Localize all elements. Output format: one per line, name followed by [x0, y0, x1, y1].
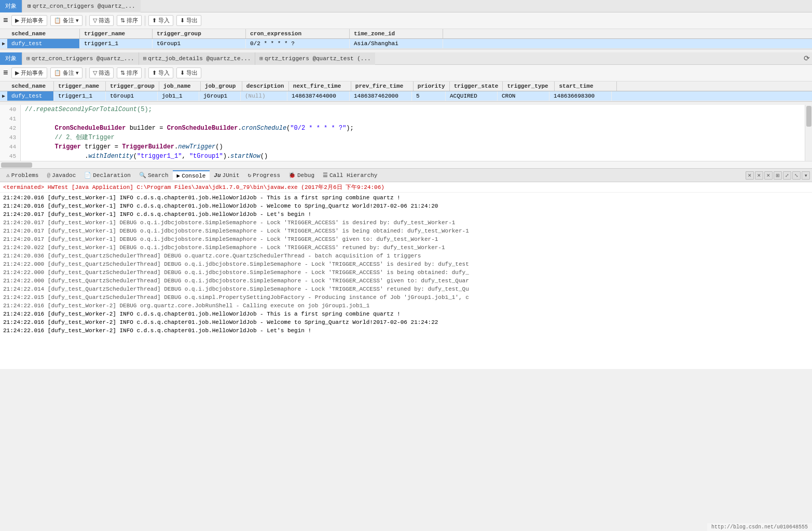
col-timezone: time_zone_id — [350, 29, 443, 38]
line-content-42: CronScheduleBuilder builder = CronSchedu… — [21, 124, 354, 133]
line-content-43: // 2、创建Trigger — [21, 133, 115, 142]
panel-close-btn[interactable]: ✕ — [764, 171, 773, 180]
top-table-header: sched_name trigger_name trigger_group cr… — [0, 29, 812, 39]
menu-icon[interactable]: ≡ — [3, 16, 8, 25]
mid-sort-label: 排序 — [127, 69, 138, 77]
tab-junit[interactable]: Ju JUnit — [210, 171, 243, 180]
log-line: 21:24:22.016 [dufy_test_Worker-2] DEBUG … — [3, 302, 809, 310]
log-line: 21:24:20.022 [dufy_test_Worker-1] DEBUG … — [3, 243, 809, 252]
log-line: 21:24:22.000 [dufy_test_QuartzSchedulerT… — [3, 268, 809, 277]
code-section: 40 //.repeatSecondlyForTotalCount(5); 41… — [0, 105, 812, 169]
sort-btn[interactable]: ⇅ 排序 — [117, 15, 142, 26]
tab-debug[interactable]: 🐞 Debug — [284, 171, 319, 180]
mid-tab-job[interactable]: ⊞ qrtz_job_details @quartz_te... — [139, 52, 255, 65]
mid-tab-cron[interactable]: ⊞ qrtz_cron_triggers @quartz_... — [22, 52, 139, 65]
panel-expand-btn[interactable]: ⤢ — [783, 171, 791, 180]
tab-call-hierarchy[interactable]: ☰ Call Hierarchy — [319, 171, 381, 180]
mid-tab-obj-label: 对象 — [5, 55, 17, 62]
top-tab-table[interactable]: ⊞ qrtz_cron_triggers @quartz_... — [22, 0, 141, 12]
log-line: 21:24:20.017 [dufy_test_Worker-1] DEBUG … — [3, 219, 809, 227]
progress-icon: ↻ — [248, 172, 252, 179]
log-line: 21:24:22.015 [dufy_test_QuartzSchedulerT… — [3, 293, 809, 302]
footer-bar: http://blog.csdn.net/u010648555 — [707, 523, 812, 531]
filter-icon: ▽ — [93, 17, 97, 24]
top-tab-active[interactable]: 对象 — [0, 0, 22, 12]
tab-progress[interactable]: ↻ Progress — [244, 171, 284, 180]
footer-url: http://blog.csdn.net/u010648555 — [711, 524, 808, 530]
call-label: Call Hierarchy — [329, 172, 377, 179]
mid-import-label: 导入 — [158, 69, 170, 77]
code-v-scrollbar[interactable] — [805, 105, 812, 161]
search-icon: 🔍 — [139, 172, 146, 179]
mid-sort-icon: ⇅ — [120, 70, 125, 76]
begin-transaction-btn[interactable]: ▶ 开始事务 — [11, 15, 47, 26]
panel-pin-btn[interactable]: ⊞ — [774, 171, 782, 180]
tab-javadoc[interactable]: @ Javadoc — [43, 171, 80, 180]
console-body[interactable]: 21:24:20.016 [dufy_test_Worker-1] INFO c… — [0, 193, 812, 369]
mid-sort-btn[interactable]: ⇅ 排序 — [117, 67, 142, 78]
code-line-45: 45 .withIdentity("trigger1_1", "tGroup1"… — [0, 152, 812, 161]
panel-collapse-btn[interactable]: ⤡ — [792, 171, 801, 180]
top-section: 对象 ⊞ qrtz_cron_triggers @quartz_... ≡ ▶ … — [0, 0, 812, 49]
log-line: 21:24:22.000 [dufy_test_QuartzSchedulerT… — [3, 260, 809, 268]
line-num-44: 44 — [0, 142, 21, 152]
begin-label: 开始事务 — [21, 17, 44, 24]
mid-col-trig-grp: trigger_group — [106, 81, 159, 91]
tab-declaration[interactable]: 📄 Declaration — [80, 171, 135, 180]
import-icon: ⬆ — [152, 17, 157, 24]
cell-trigger-group: tGroup1 — [153, 39, 246, 48]
mid-import-icon: ⬆ — [152, 70, 157, 76]
cell-trigger-name: trigger1_1 — [80, 39, 153, 48]
top-toolbar: ≡ ▶ 开始事务 📋 备注 ▾ ▽ 筛选 ⇅ 排序 ⬆ 导入 ⬇ 导出 — [0, 12, 812, 29]
import-btn[interactable]: ⬆ 导入 — [148, 15, 173, 26]
mid-dropdown-icon: ▾ — [76, 70, 79, 76]
mid-filter-icon: ▽ — [93, 70, 97, 76]
bottom-panel: ⚠ Problems @ Javadoc 📄 Declaration 🔍 Sea… — [0, 169, 812, 369]
mid-filter-btn[interactable]: ▽ 筛选 — [89, 67, 114, 78]
log-line: 21:24:20.017 [dufy_test_Worker-1] INFO c… — [3, 210, 809, 219]
console-header: <terminated> HWTest [Java Application] C… — [0, 182, 812, 193]
tab-search[interactable]: 🔍 Search — [135, 171, 173, 180]
debug-icon: 🐞 — [288, 172, 296, 179]
mid-begin-btn[interactable]: ▶ 开始事务 — [11, 67, 47, 78]
mid-row-indicator: ▶ — [0, 91, 7, 101]
mid-cell-trig-grp: tGroup1 — [106, 91, 158, 101]
mid-tab-triggers[interactable]: ⊞ qrtz_triggers @quartz_test (... — [255, 52, 375, 65]
line-content-45: .withIdentity("trigger1_1", "tGroup1").s… — [21, 152, 268, 161]
mid-import-btn[interactable]: ⬆ 导入 — [148, 67, 173, 78]
top-tab-label: 对象 — [5, 2, 17, 10]
problems-label: Problems — [11, 172, 39, 179]
top-table-row-0[interactable]: ▶ dufy_test trigger1_1 tGroup1 0/2 * * *… — [0, 39, 812, 49]
export-icon: ⬇ — [180, 17, 185, 24]
mid-table-row-0[interactable]: ▶ dufy_test trigger1_1 tGroup1 job1_1 jG… — [0, 91, 812, 101]
backup-btn[interactable]: 📋 备注 ▾ — [50, 15, 82, 26]
mid-export-btn[interactable]: ⬇ 导出 — [176, 67, 201, 78]
col-trigger-name: trigger_name — [80, 29, 153, 38]
mid-table-header: sched_name trigger_name trigger_group jo… — [0, 81, 812, 91]
mid-tab-objects[interactable]: 对象 — [0, 52, 22, 65]
mid-menu-icon[interactable]: ≡ — [3, 69, 8, 78]
code-v-thumb — [806, 106, 811, 127]
code-scrollbar-h[interactable] — [0, 161, 812, 168]
filter-btn[interactable]: ▽ 筛选 — [89, 15, 114, 26]
sort-icon: ⇅ — [120, 17, 125, 24]
panel-minimize-btn[interactable]: ✕ — [746, 171, 754, 180]
export-btn[interactable]: ⬇ 导出 — [176, 15, 201, 26]
mid-col-job-name: job_name — [159, 81, 201, 91]
tab-problems[interactable]: ⚠ Problems — [2, 171, 43, 180]
panel-menu-btn[interactable]: ▾ — [802, 171, 810, 180]
col-cron-expr: cron_expression — [246, 29, 350, 38]
mid-cell-type: CRON — [498, 91, 549, 101]
search-label: Search — [148, 172, 169, 179]
log-line: 21:24:20.016 [dufy_test_Worker-1] INFO c… — [3, 202, 809, 210]
mid-tab-bar: 对象 ⊞ qrtz_cron_triggers @quartz_... ⊞ qr… — [0, 52, 812, 65]
mid-col-type: trigger_type — [503, 81, 555, 91]
mid-cell-next: 1486387464000 — [287, 91, 350, 101]
code-line-42: 42 CronScheduleBuilder builder = CronSch… — [0, 124, 812, 133]
mid-backup-btn[interactable]: 📋 备注 ▾ — [50, 67, 82, 78]
mid-cell-sched: dufy_test — [7, 91, 54, 101]
refresh-btn[interactable]: ⟳ — [804, 54, 810, 63]
panel-maximize-btn[interactable]: ✕ — [755, 171, 763, 180]
sort-label: 排序 — [127, 17, 138, 24]
tab-console[interactable]: ▶ Console — [173, 170, 210, 180]
